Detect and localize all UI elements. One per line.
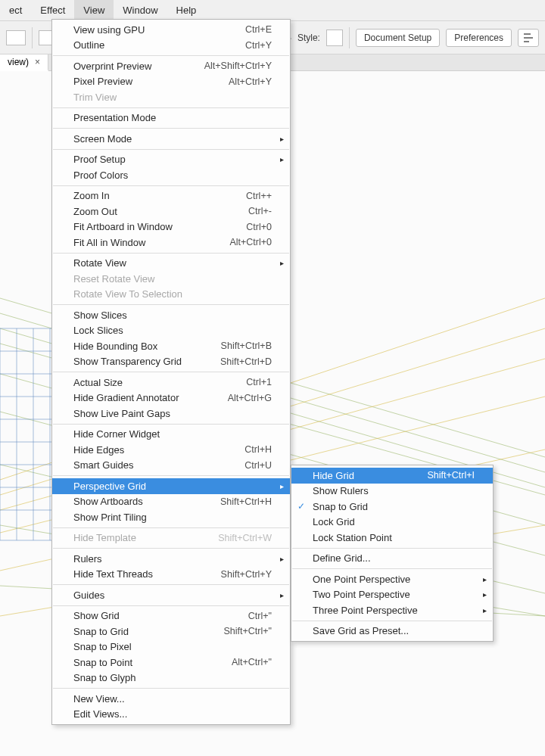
- view-menu-item-snap-to-point[interactable]: Snap to PointAlt+Ctrl+": [52, 655, 290, 670]
- menu-item-label: Presentation Mode: [73, 112, 272, 123]
- persp-menu-item-lock-station-point[interactable]: Lock Station Point: [291, 530, 493, 546]
- view-menu-item-show-slices[interactable]: Show Slices: [52, 307, 290, 323]
- view-menu-item-show-artboards[interactable]: Show ArtboardsShift+Ctrl+H: [52, 494, 290, 510]
- menu-item-label: Actual Size: [73, 377, 246, 388]
- view-menu-item-snap-to-glyph[interactable]: Snap to Glyph: [52, 670, 290, 686]
- view-menu-item-show-transparency-grid[interactable]: Show Transparency GridShift+Ctrl+D: [52, 354, 290, 370]
- menu-item-label: Show Grid: [73, 610, 248, 621]
- view-menu-item-presentation-mode[interactable]: Presentation Mode: [52, 110, 290, 126]
- menu-item-label: Outline: [73, 39, 245, 51]
- menu-item-shortcut: Shift+Ctrl+Y: [221, 569, 272, 580]
- view-menu-item-show-grid[interactable]: Show GridCtrl+": [52, 608, 290, 624]
- submenu-arrow-icon: ▸: [483, 606, 487, 614]
- menu-item-label: Snap to Glyph: [73, 672, 272, 683]
- menu-view[interactable]: View: [74, 0, 114, 20]
- persp-menu-item-lock-grid[interactable]: Lock Grid: [291, 515, 493, 530]
- menu-separator: [53, 304, 289, 305]
- view-menu-item-hide-gradient-annotator[interactable]: Hide Gradient AnnotatorAlt+Ctrl+G: [52, 390, 290, 406]
- view-menu-item-rulers[interactable]: Rulers▸: [52, 551, 290, 567]
- menu-item-label: Snap to Grid: [313, 501, 475, 512]
- menu-item-shortcut: Shift+Ctrl+I: [427, 470, 475, 481]
- view-menu-item-perspective-grid[interactable]: Perspective Grid▸: [52, 478, 290, 494]
- toolbar-divider: [349, 27, 350, 48]
- view-menu-item-view-using-gpu[interactable]: View using GPUCtrl+E: [52, 22, 290, 38]
- menu-item-shortcut: Shift+Ctrl+": [224, 626, 272, 636]
- view-menu-item-show-live-paint-gaps[interactable]: Show Live Paint Gaps: [52, 406, 290, 422]
- submenu-arrow-icon: ▸: [280, 259, 284, 267]
- menu-help[interactable]: Help: [167, 0, 206, 20]
- persp-menu-item-hide-grid[interactable]: Hide GridShift+Ctrl+I: [291, 468, 493, 484]
- align-icon[interactable]: [518, 29, 539, 47]
- menu-item-label: Lock Station Point: [313, 532, 475, 543]
- menu-item-label: Smart Guides: [73, 459, 244, 471]
- view-menu-item-show-print-tiling[interactable]: Show Print Tiling: [52, 509, 290, 525]
- menu-item-shortcut: Ctrl+0: [246, 222, 272, 232]
- view-menu-item-snap-to-grid[interactable]: Snap to GridShift+Ctrl+": [52, 624, 290, 639]
- persp-menu-item-save-grid-as-preset[interactable]: Save Grid as Preset...: [291, 624, 493, 639]
- persp-menu-item-snap-to-grid[interactable]: ✓Snap to Grid: [291, 499, 493, 515]
- view-menu-item-screen-mode[interactable]: Screen Mode▸: [52, 131, 290, 147]
- check-icon: ✓: [297, 501, 305, 512]
- view-menu-item-hide-corner-widget[interactable]: Hide Corner Widget: [52, 427, 290, 443]
- style-swatch[interactable]: [326, 30, 343, 46]
- view-menu-item-lock-slices[interactable]: Lock Slices: [52, 323, 290, 339]
- view-menu-item-smart-guides[interactable]: Smart GuidesCtrl+U: [52, 458, 290, 474]
- persp-menu-item-three-point-perspective[interactable]: Three Point Perspective▸: [291, 602, 493, 618]
- menu-item-shortcut: Ctrl++: [246, 191, 272, 201]
- menu-item-label: Show Live Paint Gaps: [73, 408, 272, 419]
- document-setup-button[interactable]: Document Setup: [356, 29, 440, 47]
- view-menu-item-actual-size[interactable]: Actual SizeCtrl+1: [52, 375, 290, 390]
- preferences-button[interactable]: Preferences: [446, 29, 512, 47]
- menu-separator: [53, 584, 289, 585]
- menu-item-label: Hide Corner Widget: [73, 428, 272, 440]
- toolbar-divider: [32, 27, 33, 48]
- submenu-arrow-icon: ▸: [280, 555, 284, 563]
- view-menu-item-proof-setup[interactable]: Proof Setup▸: [52, 152, 290, 168]
- menu-item-label: Show Transparency Grid: [73, 356, 220, 367]
- persp-menu-item-show-rulers[interactable]: Show Rulers: [291, 484, 493, 499]
- view-menu-item-reset-rotate-view: Reset Rotate View: [52, 271, 290, 287]
- menu-item-shortcut: Ctrl+": [248, 611, 272, 621]
- view-menu-item-trim-view: Trim View: [52, 89, 290, 105]
- view-menu-item-hide-text-threads[interactable]: Hide Text ThreadsShift+Ctrl+Y: [52, 567, 290, 583]
- view-menu-item-hide-bounding-box[interactable]: Hide Bounding BoxShift+Ctrl+B: [52, 338, 290, 354]
- menu-item-shortcut: Shift+Ctrl+D: [220, 356, 272, 367]
- view-menu-item-rotate-view[interactable]: Rotate View▸: [52, 256, 290, 272]
- view-menu-item-outline[interactable]: OutlineCtrl+Y: [52, 38, 290, 54]
- view-menu-item-guides[interactable]: Guides▸: [52, 587, 290, 603]
- menu-item-label: Guides: [73, 590, 272, 601]
- close-icon[interactable]: ×: [35, 57, 40, 67]
- view-menu-item-proof-colors[interactable]: Proof Colors: [52, 167, 290, 183]
- view-menu-item-overprint-preview[interactable]: Overprint PreviewAlt+Shift+Ctrl+Y: [52, 58, 290, 74]
- menu-effect[interactable]: Effect: [31, 0, 74, 20]
- view-menu-item-new-view[interactable]: New View...: [52, 691, 290, 707]
- menu-select[interactable]: ect: [0, 0, 31, 20]
- view-menu-item-zoom-in[interactable]: Zoom InCtrl++: [52, 188, 290, 204]
- persp-menu-item-define-grid[interactable]: Define Grid...: [291, 551, 493, 567]
- persp-menu-item-two-point-perspective[interactable]: Two Point Perspective▸: [291, 587, 493, 603]
- menu-window[interactable]: Window: [114, 0, 167, 20]
- persp-menu-item-one-point-perspective[interactable]: One Point Perspective▸: [291, 571, 493, 587]
- view-menu-item-fit-all-in-window[interactable]: Fit All in WindowAlt+Ctrl+0: [52, 235, 290, 250]
- menu-item-shortcut: Ctrl+E: [245, 24, 272, 35]
- view-menu-item-edit-views[interactable]: Edit Views...: [52, 707, 290, 723]
- menu-item-shortcut: Alt+Shift+Ctrl+Y: [204, 61, 272, 71]
- view-menu-item-hide-edges[interactable]: Hide EdgesCtrl+H: [52, 442, 290, 458]
- menubar: ect Effect View Window Help: [0, 0, 545, 21]
- menu-separator: [53, 55, 289, 56]
- view-menu-item-fit-artboard-in-window[interactable]: Fit Artboard in WindowCtrl+0: [52, 219, 290, 235]
- menu-separator: [53, 688, 289, 689]
- view-menu-item-pixel-preview[interactable]: Pixel PreviewAlt+Ctrl+Y: [52, 74, 290, 90]
- menu-item-label: Reset Rotate View: [73, 273, 272, 285]
- menu-item-label: Hide Edges: [73, 444, 244, 456]
- document-tab[interactable]: view) ×: [0, 54, 48, 71]
- menu-item-label: Two Point Perspective: [313, 589, 475, 600]
- fill-swatch[interactable]: [6, 30, 26, 45]
- menu-item-label: Edit Views...: [73, 708, 272, 720]
- menu-item-label: Hide Gradient Annotator: [73, 392, 228, 403]
- view-menu-item-snap-to-pixel[interactable]: Snap to Pixel: [52, 639, 290, 655]
- menu-item-label: Hide Text Threads: [73, 568, 221, 580]
- tab-title: view): [8, 57, 29, 67]
- menu-separator: [53, 107, 289, 108]
- view-menu-item-zoom-out[interactable]: Zoom OutCtrl+-: [52, 204, 290, 219]
